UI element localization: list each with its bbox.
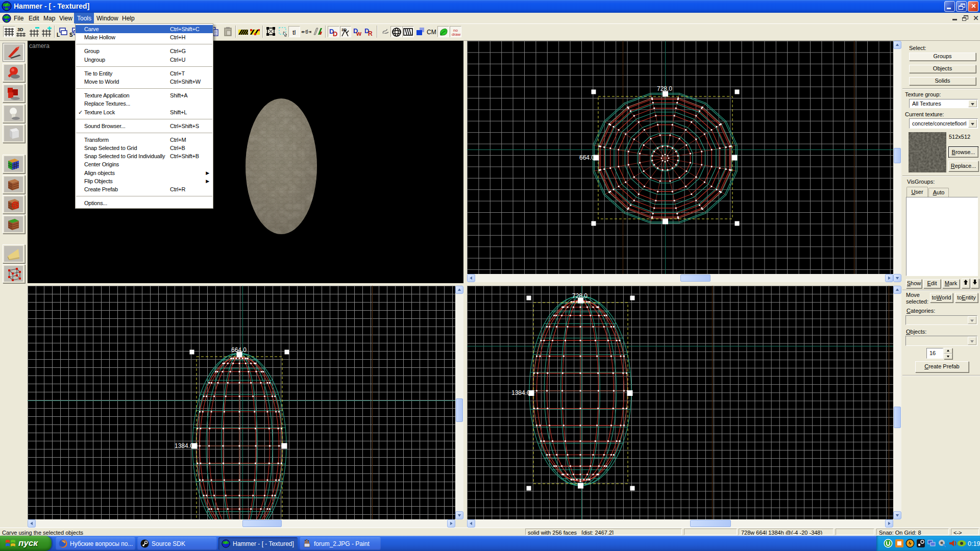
svg-text:w: w: [356, 30, 362, 37]
svg-text:draw: draw: [452, 32, 461, 37]
svg-text:S: S: [69, 32, 73, 37]
svg-text:1384.0: 1384.0: [511, 389, 530, 396]
svg-text:1384.0: 1384.0: [175, 442, 193, 449]
svg-text:728.0: 728.0: [657, 85, 672, 92]
svg-text:tl: tl: [292, 29, 296, 36]
svg-text:R: R: [368, 30, 373, 37]
svg-text:camera: camera: [29, 42, 50, 49]
svg-text:664.0: 664.0: [579, 154, 595, 161]
svg-text:3D: 3D: [17, 27, 23, 32]
svg-text:L: L: [57, 32, 60, 37]
svg-text:↞tl↠: ↞tl↠: [301, 29, 311, 35]
svg-text:664.0: 664.0: [231, 346, 247, 354]
svg-text:D: D: [333, 30, 337, 37]
svg-text:728.0: 728.0: [572, 292, 587, 299]
